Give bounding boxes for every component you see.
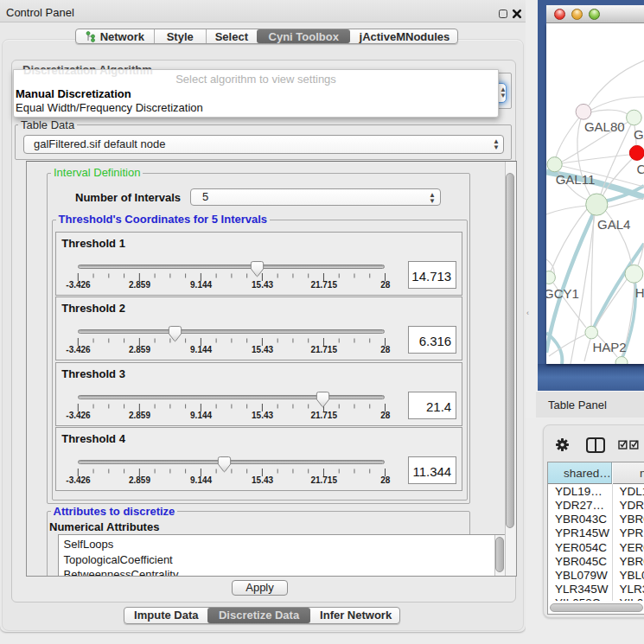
svg-text:GAL4: GAL4 [597, 217, 630, 232]
svg-text:GAL11: GAL11 [556, 172, 596, 187]
svg-text:GCY1: GCY1 [546, 286, 579, 301]
svg-text:GAL: GAL [634, 127, 644, 142]
svg-text:CD: CD [637, 162, 644, 176]
svg-text:HAP: HAP [635, 285, 644, 300]
svg-text:HAP2: HAP2 [593, 340, 627, 354]
svg-text:GAL80: GAL80 [584, 119, 625, 134]
